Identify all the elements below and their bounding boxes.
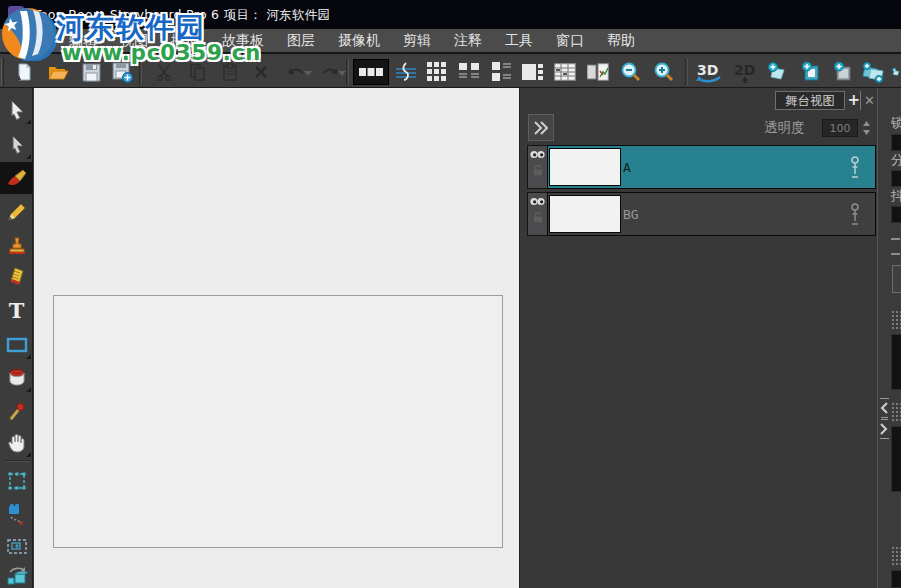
stage-canvas[interactable] xyxy=(34,88,519,588)
panel-list-view-button[interactable] xyxy=(488,59,516,85)
menu-item-help[interactable]: 帮助 xyxy=(597,30,645,52)
close-panel-button[interactable]: ✕ xyxy=(860,91,875,110)
menu-item-layer[interactable]: 图层 xyxy=(277,30,325,52)
stamp-tool-button[interactable] xyxy=(0,229,33,261)
save-all-button[interactable] xyxy=(109,59,137,85)
timeline-view-button[interactable] xyxy=(392,59,420,85)
camera-path-icon xyxy=(6,503,28,525)
menu-bar: 文件 编辑 视图 播放 故事板 图层 摄像机 剪辑 注释 工具 窗口 帮助 xyxy=(0,29,901,54)
brush-tool-button[interactable] xyxy=(0,162,33,194)
chevron-right-icon[interactable] xyxy=(880,423,888,435)
edge-panel-clipped: 锁 分 抖 xyxy=(890,88,901,588)
hand-tool-button[interactable] xyxy=(0,427,33,459)
menu-item-clip[interactable]: 剪辑 xyxy=(393,30,441,52)
marquee-select-tool-button[interactable] xyxy=(0,465,33,497)
rectangle-tool-button[interactable] xyxy=(0,329,33,361)
camera-transition-tool-button[interactable] xyxy=(0,498,33,530)
edge-input-fragment[interactable] xyxy=(891,170,901,187)
thumbnail-list-view-button[interactable] xyxy=(456,59,484,85)
rotate-view-tool-button[interactable] xyxy=(0,560,33,588)
lock-icon[interactable] xyxy=(532,164,544,176)
add-layer-overflow-button[interactable] xyxy=(891,59,901,85)
menu-item-storyboard[interactable]: 故事板 xyxy=(212,30,274,52)
menu-item-caption[interactable]: 注释 xyxy=(444,30,492,52)
edge-swatch-fragment[interactable] xyxy=(891,570,901,588)
add-view-button[interactable]: + xyxy=(847,91,860,110)
stage-view-panel: 舞台视图 + ✕ 透明度 A xyxy=(519,88,877,588)
paste-button[interactable] xyxy=(216,59,244,85)
undo-button[interactable] xyxy=(279,59,313,85)
add-group-layer-button[interactable] xyxy=(829,59,857,85)
new-document-icon xyxy=(14,62,34,82)
toolbar-grip[interactable] xyxy=(1,58,4,86)
edge-input-fragment[interactable] xyxy=(891,134,901,151)
cut-button[interactable] xyxy=(150,59,178,85)
redo-dropdown-caret[interactable] xyxy=(338,71,346,76)
copy-button[interactable] xyxy=(184,59,212,85)
visibility-eyes-icon[interactable] xyxy=(530,197,545,206)
delete-x-icon xyxy=(253,64,269,80)
menu-item-edit[interactable]: 编辑 xyxy=(59,30,107,52)
open-button[interactable] xyxy=(44,59,72,85)
paint-tool-button[interactable] xyxy=(0,362,33,394)
edge-input-fragment[interactable] xyxy=(891,206,901,223)
delete-button[interactable] xyxy=(247,59,275,85)
thumbnail-view-button[interactable] xyxy=(353,59,389,85)
duplicate-layer-button[interactable] xyxy=(858,59,888,85)
duplicate-layer-icon xyxy=(860,60,886,84)
layer-row-a[interactable]: A xyxy=(527,145,876,189)
chevron-left-icon[interactable] xyxy=(880,402,888,414)
layer-bg-body[interactable]: BG xyxy=(547,192,876,236)
opacity-input[interactable] xyxy=(822,119,858,137)
layer-row-bg[interactable]: BG xyxy=(527,192,876,236)
tab-stage-view[interactable]: 舞台视图 xyxy=(775,91,845,110)
tool-divider xyxy=(4,460,29,462)
save-all-icon xyxy=(112,62,134,83)
grid-view-button[interactable] xyxy=(423,59,451,85)
panel-splitter[interactable] xyxy=(877,88,889,588)
eraser-tool-button[interactable] xyxy=(0,261,33,293)
menu-item-view[interactable]: 视图 xyxy=(110,30,158,52)
pencil-tool-button[interactable] xyxy=(0,196,33,228)
create-layer-tool-button[interactable] xyxy=(0,530,33,562)
menu-item-camera[interactable]: 摄像机 xyxy=(328,30,390,52)
menu-item-file[interactable]: 文件 xyxy=(8,30,56,52)
chart-view-button[interactable] xyxy=(584,59,612,85)
visibility-eyes-icon[interactable] xyxy=(530,150,545,159)
layer-bg-name[interactable]: BG xyxy=(623,207,639,222)
layer-bg-thumbnail[interactable] xyxy=(549,195,621,233)
3d-mode-button[interactable]: 3D xyxy=(692,59,728,85)
new-button[interactable] xyxy=(10,59,38,85)
layer-a-name[interactable]: A xyxy=(623,160,631,175)
dropper-tool-button[interactable] xyxy=(0,395,33,427)
transform-tool-button[interactable] xyxy=(0,129,33,161)
layer-a-body[interactable]: A xyxy=(547,145,876,189)
lock-icon[interactable] xyxy=(532,211,544,223)
2d-mode-button[interactable]: 2D xyxy=(729,59,763,85)
zoom-in-button[interactable] xyxy=(650,59,678,85)
add-vector-layer-button[interactable] xyxy=(764,59,792,85)
redo-button[interactable] xyxy=(313,59,347,85)
pencil-icon xyxy=(6,201,28,223)
camera-frame xyxy=(53,295,503,548)
menu-item-window[interactable]: 窗口 xyxy=(546,30,594,52)
add-bitmap-layer-button[interactable] xyxy=(797,59,825,85)
edge-button-fragment[interactable] xyxy=(892,265,901,293)
spreadsheet-view-button[interactable] xyxy=(551,59,579,85)
select-tool-button[interactable] xyxy=(0,94,33,126)
text-tool-button[interactable]: T xyxy=(0,294,33,326)
save-button[interactable] xyxy=(77,59,105,85)
undo-dropdown-caret[interactable] xyxy=(304,71,312,76)
opacity-spinner[interactable] xyxy=(862,120,871,140)
edge-swatch-fragment[interactable] xyxy=(891,334,901,390)
edge-swatch-fragment[interactable] xyxy=(891,426,901,492)
layer-bg-pin-icon[interactable] xyxy=(849,203,861,227)
drawing-list-view-button[interactable] xyxy=(519,59,547,85)
zoom-out-button[interactable] xyxy=(617,59,645,85)
layer-a-pin-icon[interactable] xyxy=(849,156,861,180)
menu-item-play[interactable]: 播放 xyxy=(161,30,209,52)
splitter-handle[interactable] xyxy=(879,398,889,439)
menu-item-tools[interactable]: 工具 xyxy=(495,30,543,52)
collapse-panel-button[interactable] xyxy=(528,114,554,141)
layer-a-thumbnail[interactable] xyxy=(549,148,621,186)
